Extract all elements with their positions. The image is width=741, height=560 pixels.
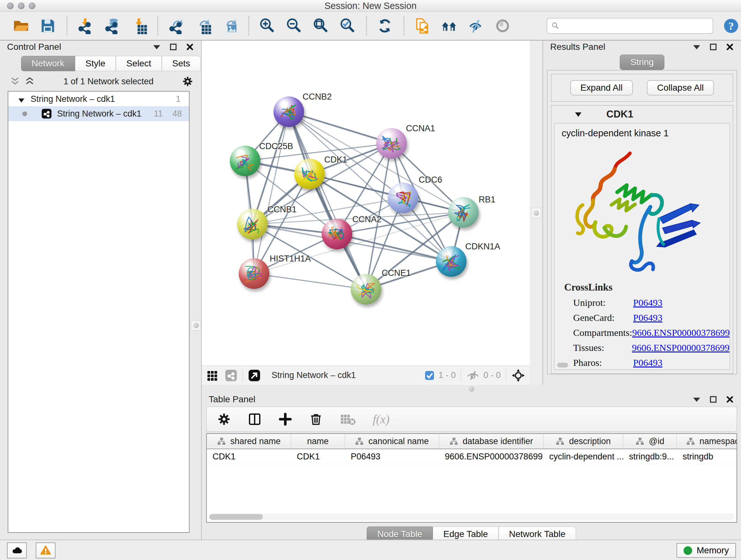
search-input[interactable]	[562, 21, 710, 31]
zoom-in-button[interactable]	[258, 17, 276, 35]
table-cell[interactable]: stringdb:9...	[623, 449, 677, 464]
network-node-CCNE1[interactable]	[351, 274, 381, 305]
zoom-fit-button[interactable]	[312, 17, 330, 35]
tab-select[interactable]: Select	[116, 56, 162, 71]
network-node-HIST1H1A[interactable]	[239, 258, 269, 289]
import-network-button[interactable]	[76, 17, 94, 35]
expand-all-networks-icon[interactable]	[24, 77, 35, 86]
network-node-CDC25B[interactable]	[230, 145, 260, 176]
results-hscroll-thumb[interactable]	[557, 363, 568, 368]
crosslink-link[interactable]: P06493	[633, 312, 663, 323]
panel-float-icon[interactable]	[169, 43, 178, 51]
birdseye-view-icon[interactable]	[206, 369, 219, 382]
network-node-CCNA1[interactable]	[376, 128, 407, 159]
table-cell[interactable]: CDK1	[291, 449, 345, 464]
column-header-shared-name[interactable]: shared name	[207, 434, 291, 449]
panel-float-icon[interactable]	[709, 395, 718, 403]
table-cell[interactable]: P06493	[345, 449, 439, 464]
crosslink-link[interactable]: 9606.ENSP00000378699	[632, 327, 730, 338]
table-hscroll-thumb[interactable]	[209, 514, 263, 520]
column-header-namespace[interactable]: namespace	[677, 434, 737, 449]
horizontal-splitter[interactable]	[202, 385, 741, 393]
network-share-icon[interactable]	[225, 369, 238, 382]
tab-string[interactable]: String	[620, 55, 664, 70]
hide-panels-button[interactable]	[467, 17, 485, 35]
tab-sets[interactable]: Sets	[162, 56, 201, 71]
table-cell[interactable]: CDK1	[207, 449, 291, 464]
help-button[interactable]: ?	[722, 17, 740, 35]
export-image-button[interactable]	[221, 17, 239, 35]
import-database-button[interactable]	[103, 17, 121, 35]
import-table-button[interactable]	[130, 17, 148, 35]
panel-close-icon[interactable]	[726, 395, 734, 403]
column-header-name[interactable]: name	[291, 434, 345, 449]
network-node-CCNB2[interactable]	[273, 97, 304, 127]
crosslink-link[interactable]: P06493	[633, 357, 663, 368]
network-node-CDK1[interactable]	[294, 159, 325, 189]
column-header-canonical-name[interactable]: canonical name	[345, 434, 439, 449]
selected-nodes-checkbox-icon[interactable]	[424, 370, 434, 381]
session-home-button[interactable]	[440, 17, 458, 35]
network-row[interactable]: String Network – cdk1 11 48	[8, 106, 189, 121]
export-table-button[interactable]	[194, 17, 212, 35]
delete-column-icon[interactable]	[309, 412, 323, 426]
network-node-CDC6[interactable]	[388, 183, 418, 213]
zoom-window-button[interactable]	[29, 3, 36, 9]
column-header-database-identifier[interactable]: database identifier	[439, 434, 543, 449]
close-window-button[interactable]	[7, 3, 14, 9]
left-splitter-handle[interactable]	[191, 320, 201, 330]
tab-network[interactable]: Network	[21, 56, 75, 71]
show-columns-icon[interactable]	[248, 412, 262, 426]
zoom-out-button[interactable]	[285, 17, 303, 35]
collection-expander-icon[interactable]	[18, 96, 25, 102]
cloud-status-button[interactable]	[7, 543, 27, 558]
entry-expander-icon[interactable]	[575, 111, 582, 118]
crosslink-link[interactable]: P06493	[633, 297, 663, 308]
panel-close-icon[interactable]	[186, 43, 194, 51]
tab-style[interactable]: Style	[75, 56, 116, 71]
network-node-CDKN1A[interactable]	[436, 246, 467, 277]
table-cell[interactable]: 9606.ENSP00000378699	[439, 449, 543, 464]
refresh-button[interactable]	[376, 17, 394, 35]
memory-button[interactable]: Memory	[677, 543, 736, 558]
network-canvas[interactable]: CCNB2CCNA1CDC25BCDK1CDC6RB1CCNB1CCNA2CDK…	[202, 41, 530, 366]
network-collection-row[interactable]: String Network – cdk1 1	[8, 91, 189, 106]
right-splitter-handle[interactable]	[531, 208, 541, 218]
panel-menu-icon[interactable]	[152, 43, 161, 51]
network-edge-HIST1H1A-CCNE1[interactable]	[254, 273, 366, 289]
crosslink-link[interactable]: 9606.ENSP00000378699	[632, 342, 730, 353]
panel-float-icon[interactable]	[709, 43, 718, 51]
network-edge-CCNB2-CCNA1[interactable]	[289, 112, 392, 143]
column-header--id[interactable]: @id	[623, 434, 677, 449]
table-row[interactable]: CDK1CDK1P064939606.ENSP00000378699cyclin…	[207, 449, 737, 464]
panel-close-icon[interactable]	[726, 43, 734, 51]
collapse-all-button[interactable]: Collapse All	[647, 80, 714, 96]
clone-network-button[interactable]	[413, 17, 431, 35]
detach-view-icon[interactable]	[248, 369, 261, 382]
minimize-window-button[interactable]	[18, 3, 24, 9]
open-file-button[interactable]	[12, 17, 30, 35]
panel-menu-icon[interactable]	[692, 43, 701, 51]
network-options-gear-icon[interactable]	[182, 76, 193, 87]
network-node-RB1[interactable]	[448, 197, 479, 228]
warnings-button[interactable]	[36, 543, 56, 558]
network-node-CCNA2[interactable]	[322, 219, 352, 249]
column-header-description[interactable]: description	[543, 434, 623, 449]
hidden-eye-slash-icon[interactable]	[466, 370, 480, 381]
table-cell[interactable]: stringdb	[677, 449, 737, 464]
table-settings-gear-icon[interactable]	[217, 412, 231, 426]
save-session-button[interactable]	[39, 17, 57, 35]
network-edge-CCNB2-HIST1H1A[interactable]	[254, 112, 289, 273]
add-column-icon[interactable]	[278, 412, 292, 426]
network-node-CCNB1[interactable]	[237, 209, 268, 240]
collapse-all-networks-icon[interactable]	[10, 77, 20, 86]
center-view-crosshair-icon[interactable]	[511, 368, 525, 382]
vertical-splitter[interactable]	[530, 41, 542, 385]
table-cell[interactable]: cyclin-dependent ...	[543, 449, 623, 464]
panel-menu-icon[interactable]	[692, 395, 701, 403]
table-hscrollbar[interactable]	[209, 513, 735, 520]
expand-all-button[interactable]: Expand All	[570, 80, 633, 96]
show-panel-gray-button[interactable]	[494, 17, 512, 35]
zoom-selected-button[interactable]	[339, 17, 356, 35]
export-network-button[interactable]	[167, 17, 185, 35]
